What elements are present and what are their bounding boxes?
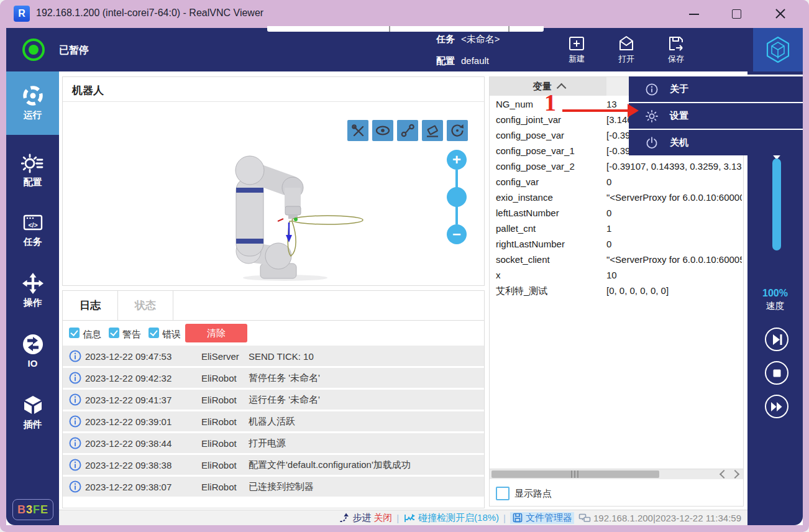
save-icon: [667, 34, 685, 53]
cube-plugin-icon: [21, 393, 45, 417]
sidebar-item-plugin[interactable]: 插件: [6, 393, 59, 431]
stop-button[interactable]: [765, 361, 788, 385]
variable-row[interactable]: config_pose_var_2[-0.39107, 0.14393, 0.3…: [490, 158, 743, 174]
robot-status-text: 已暂停: [59, 44, 89, 57]
open-task-button[interactable]: 打开: [606, 33, 646, 69]
robot-3d-viewport[interactable]: [226, 152, 369, 285]
sidebar-item-io[interactable]: IO: [6, 332, 59, 369]
filter-warning-checkbox[interactable]: [109, 328, 119, 338]
filter-error-label: 错误: [162, 329, 181, 341]
scroll-right-icon[interactable]: [731, 470, 739, 479]
step-mode-toggle[interactable]: 步进 关闭: [339, 512, 392, 524]
menu-item-settings[interactable]: 设置: [629, 103, 803, 129]
zoom-in-button[interactable]: +: [447, 150, 467, 170]
minimize-button[interactable]: [680, 0, 708, 28]
separator: |: [396, 513, 399, 523]
filter-warning-label: 警告: [122, 329, 141, 341]
reset-view-icon: [449, 122, 465, 139]
tab-log[interactable]: 日志: [63, 291, 118, 320]
target-run-icon: [21, 84, 45, 108]
show-waypoints-row: 显示路点: [490, 480, 743, 506]
svg-text:</>: </>: [28, 221, 37, 229]
menu-item-shutdown[interactable]: 关机: [629, 130, 803, 155]
log-entry: 2023-12-22 09:38:38 EliRobot 配置文件'defaul…: [63, 455, 484, 475]
variable-row[interactable]: leftLastNumber0: [490, 205, 743, 221]
trajectory-button[interactable]: [397, 120, 418, 141]
variable-row[interactable]: rightLastNumber0: [490, 236, 743, 252]
system-dropdown-menu: 关于 设置 关机: [629, 75, 803, 155]
collision-icon: [403, 513, 416, 523]
filter-info-checkbox[interactable]: [69, 328, 80, 338]
open-file-icon: [617, 34, 636, 53]
minimize-icon: [689, 14, 699, 15]
fast-forward-icon: [767, 397, 787, 417]
visibility-button[interactable]: [372, 120, 393, 141]
reset-view-button[interactable]: [447, 120, 468, 141]
info-icon: [69, 393, 81, 406]
task-value: <未命名>: [461, 34, 500, 45]
collapse-chevron-icon: [556, 83, 566, 93]
tools-button[interactable]: [347, 120, 368, 141]
move-arrows-icon: [21, 272, 45, 295]
connection-info: 192.168.1.200|2023-12-22 11:34:59: [578, 513, 741, 523]
new-file-icon: [567, 34, 586, 53]
step-arrow-icon: [339, 513, 350, 523]
window-title: 192.168.1.200 (intel-corei7-64:0) - Real…: [36, 7, 263, 19]
show-waypoints-label: 显示路点: [514, 488, 552, 500]
zoom-slider-thumb[interactable]: [447, 187, 467, 207]
speed-label: 速度: [747, 300, 803, 312]
power-icon: [645, 136, 659, 150]
info-icon: [69, 480, 81, 493]
config-value: default: [461, 55, 489, 66]
annotation-arrow: [562, 109, 628, 112]
scrollbar-thumb[interactable]: [491, 470, 659, 478]
sidebar-item-task[interactable]: </> 任务: [6, 211, 59, 248]
fast-forward-button[interactable]: [765, 395, 788, 418]
system-menu-button[interactable]: [753, 28, 803, 71]
menu-item-about[interactable]: 关于: [629, 76, 803, 102]
robot-panel-title: 机器人: [72, 83, 104, 98]
clear-log-button[interactable]: 清除: [185, 324, 247, 342]
vnc-toolbar-strip[interactable]: [267, 26, 544, 32]
tab-status[interactable]: 状态: [118, 291, 173, 320]
log-entry: 2023-12-22 09:47:53 EliServer SEND TICK:…: [63, 346, 484, 366]
annotation-step-number: 1: [544, 89, 556, 116]
variable-row[interactable]: x10: [490, 267, 743, 283]
log-entry: 2023-12-22 09:42:32 EliRobot 暂停任务 '未命名': [63, 368, 484, 388]
vnc-viewer-window: R 192.168.1.200 (intel-corei7-64:0) - Re…: [0, 0, 809, 532]
collision-detection-status[interactable]: 碰撞检测开启(18%): [403, 512, 499, 524]
variable-row[interactable]: exio_instance"<ServerProxy for 6.0.0.10:…: [490, 190, 743, 205]
info-icon: [69, 459, 81, 471]
save-task-button[interactable]: 保存: [656, 33, 696, 69]
variable-row[interactable]: socket_client"<ServerProxy for 6.0.0.10:…: [490, 252, 743, 267]
new-task-button[interactable]: 新建: [557, 33, 596, 69]
maximize-button[interactable]: [722, 0, 751, 28]
gear-icon: [645, 109, 659, 123]
filter-info-label: 信息: [83, 329, 101, 341]
eraser-button[interactable]: [422, 120, 443, 141]
log-entry: 2023-12-22 09:38:44 EliRobot 打开电源: [63, 433, 484, 453]
view-toolbar: [347, 120, 468, 141]
file-manager-button[interactable]: 文件管理器: [510, 512, 574, 524]
zoom-out-button[interactable]: −: [447, 224, 467, 244]
sidebar-item-run[interactable]: 运行: [6, 71, 59, 135]
status-bar: 步进 关闭 | 碰撞检测开启(18%) | 文件管理器 192.168.1.20…: [59, 510, 747, 525]
remote-desktop: 已暂停 任务 <未命名> 配置 default 新建 打开 保存: [6, 28, 803, 525]
variable-row[interactable]: config_var0: [490, 174, 743, 190]
variable-row[interactable]: 艾利特_测试[0, 0, 0, 0, 0, 0]: [490, 283, 743, 298]
speed-slider[interactable]: [772, 158, 781, 250]
variable-row[interactable]: pallet_cnt1: [490, 221, 743, 236]
scroll-left-icon[interactable]: [720, 470, 728, 479]
code-window-icon: </>: [21, 211, 45, 234]
step-run-button[interactable]: [765, 328, 788, 351]
filter-error-checkbox[interactable]: [149, 328, 159, 338]
sidebar-item-jog[interactable]: 操作: [6, 272, 59, 309]
sidebar-item-config[interactable]: 配置: [6, 151, 59, 188]
eye-icon: [375, 122, 391, 139]
tools-icon: [350, 122, 366, 139]
close-button[interactable]: [766, 0, 795, 28]
log-entry: 2023-12-22 09:38:07 EliRobot 已连接到控制器: [63, 477, 484, 497]
show-waypoints-checkbox[interactable]: [496, 487, 510, 500]
io-arrows-icon: [21, 332, 45, 356]
horizontal-scrollbar[interactable]: [490, 469, 743, 479]
